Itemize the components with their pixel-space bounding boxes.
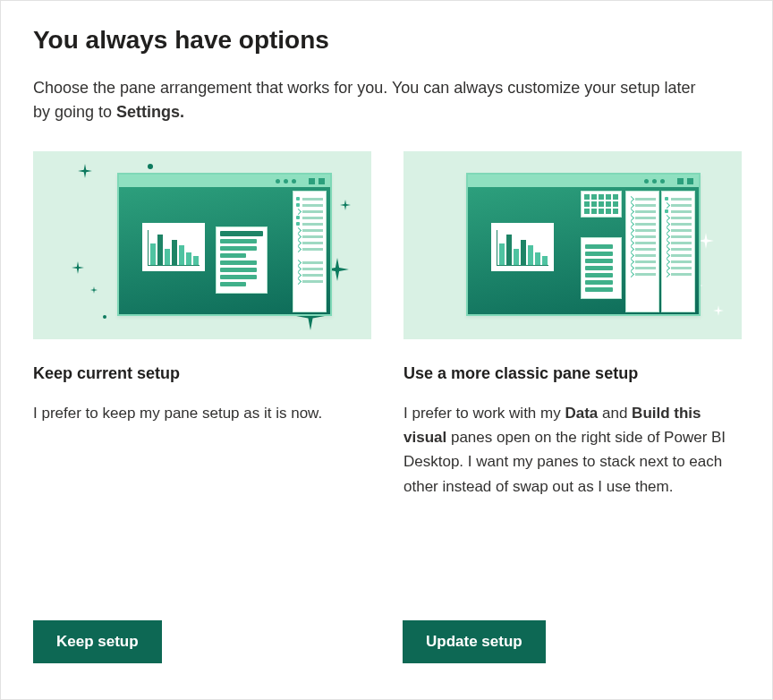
sparkle-dot-icon	[103, 315, 106, 319]
dialog-description: Choose the pane arrangement that works f…	[33, 76, 713, 124]
bar-chart-icon	[148, 230, 200, 266]
mock-side-pane	[661, 191, 695, 312]
pane-options-dialog: You always have options Choose the pane …	[0, 0, 773, 700]
mock-titlebar	[119, 175, 330, 187]
option-keep-title: Keep current setup	[33, 364, 371, 383]
mock-app-window	[117, 173, 332, 316]
mock-side-pane	[625, 191, 659, 312]
mock-fields-panel	[581, 237, 622, 299]
mock-chart-card	[491, 223, 554, 271]
mock-visualizations-pane	[581, 191, 622, 218]
mock-chart-card	[142, 223, 205, 271]
illustration-keep-current	[33, 151, 371, 339]
keep-setup-button[interactable]: Keep setup	[33, 620, 162, 663]
mock-app-window	[466, 173, 701, 316]
option-classic-body: I prefer to work with my Data and Build …	[403, 401, 742, 499]
options-row: Keep current setup I prefer to keep my p…	[33, 151, 740, 499]
bar-chart-icon	[497, 230, 548, 266]
illustration-classic	[403, 151, 742, 339]
option-classic-title: Use a more classic pane setup	[403, 364, 742, 383]
description-settings-bold: Settings.	[116, 103, 184, 121]
option-classic: Use a more classic pane setup I prefer t…	[403, 151, 742, 499]
option-keep-current: Keep current setup I prefer to keep my p…	[33, 151, 371, 499]
update-setup-button[interactable]: Update setup	[403, 620, 546, 663]
mock-properties-panel	[216, 226, 268, 294]
option-keep-body: I prefer to keep my pane setup as it is …	[33, 401, 371, 425]
mock-side-pane	[293, 191, 327, 312]
mock-titlebar	[468, 175, 699, 187]
dialog-title: You always have options	[33, 26, 740, 55]
dialog-footer: Keep setup Update setup	[33, 620, 740, 663]
sparkle-dot-icon	[148, 164, 153, 169]
